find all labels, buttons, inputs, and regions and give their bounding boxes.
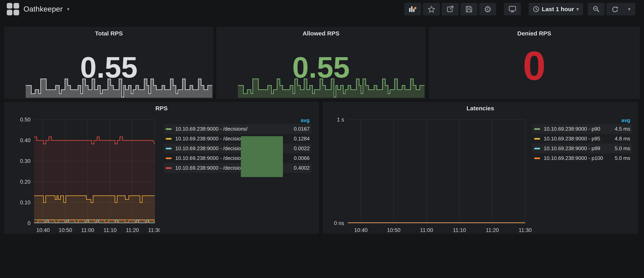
y-axis-tick-label: 0.20 bbox=[20, 179, 30, 185]
legend-series-avg: 5.0 ms bbox=[606, 155, 630, 161]
dashboard-settings-button[interactable]: ⚙ bbox=[479, 3, 496, 15]
legend-row[interactable]: 10.10.69.238:9000 - p954.8 ms bbox=[532, 134, 632, 144]
x-axis-tick-label: 11:00 bbox=[420, 227, 433, 233]
monitor-icon bbox=[508, 5, 516, 13]
legend-series-avg: 0.0066 bbox=[284, 155, 310, 161]
dashboard-title-caret-icon[interactable]: ▾ bbox=[67, 7, 70, 11]
legend-series-name: 10.10.69.238:9000 - p99 bbox=[544, 145, 606, 152]
legend-series-name: 10.10.69.238:9000 - /decisions/ bbox=[175, 126, 284, 132]
y-axis-tick-label: 0 bbox=[28, 220, 30, 226]
rps-legend: avg 10.10.69.238:9000 - /decisions/0.016… bbox=[164, 116, 311, 173]
add-panel-icon bbox=[409, 5, 417, 13]
y-axis-tick-label: 1 s bbox=[337, 117, 344, 123]
panel-title-allowed-rps[interactable]: Allowed RPS bbox=[216, 30, 426, 37]
legend-avg-header[interactable]: avg bbox=[164, 116, 311, 124]
gear-icon: ⚙ bbox=[484, 4, 492, 14]
legend-series-avg: 0.1284 bbox=[284, 136, 310, 142]
refresh-interval-dropdown[interactable]: ▾ bbox=[623, 3, 635, 15]
legend-row[interactable]: 10.10.69.238:9000 - /decisions/0.0066 bbox=[164, 153, 311, 163]
time-range-picker[interactable]: Last 1 hour ▾ bbox=[529, 3, 583, 15]
panel-title-rps[interactable]: RPS bbox=[4, 105, 319, 112]
zoom-out-time-button[interactable] bbox=[588, 3, 604, 15]
latencies-legend: avg 10.10.69.238:9000 - p904.5 ms10.10.6… bbox=[532, 116, 632, 163]
legend-series-avg: 4.8 ms bbox=[606, 136, 630, 142]
panel-latencies-graph: Latencies 0 ns1 s10:4010:5011:0011:1011:… bbox=[323, 102, 638, 234]
legend-series-swatch bbox=[166, 148, 172, 149]
legend-series-name: 10.10.69.238:9000 - p90 bbox=[544, 126, 606, 132]
x-axis-tick-label: 10:50 bbox=[387, 227, 400, 233]
legend-series-swatch bbox=[166, 138, 172, 140]
share-dashboard-button[interactable] bbox=[442, 3, 458, 15]
x-axis-tick-label: 10:40 bbox=[36, 227, 50, 233]
y-axis-tick-label: 0.10 bbox=[20, 200, 30, 206]
panel-denied-rps: Denied RPS 0 bbox=[429, 27, 640, 99]
panel-title-denied-rps[interactable]: Denied RPS bbox=[429, 30, 640, 37]
y-axis-tick-label: 0.30 bbox=[20, 158, 30, 164]
legend-row[interactable]: 10.10.69.238:9000 - /decisions/0.0022 bbox=[164, 144, 311, 153]
legend-series-swatch bbox=[534, 138, 540, 140]
dashboard-title[interactable]: Oathkeeper bbox=[24, 5, 62, 13]
cycle-view-mode-button[interactable] bbox=[504, 3, 521, 15]
save-icon bbox=[465, 5, 472, 13]
legend-series-name: 10.10.69.238:9000 - p95 bbox=[544, 136, 606, 142]
legend-row[interactable]: 10.10.69.238:9000 - p904.5 ms bbox=[532, 124, 632, 134]
legend-row[interactable]: 10.10.69.238:9000 - /decisions/0.1284 bbox=[164, 134, 311, 144]
rps-chart-plot[interactable]: 00.100.200.300.400.5010:4010:5011:0011:1… bbox=[6, 117, 160, 234]
legend-row[interactable]: 10.10.69.238:9000 - p1005.0 ms bbox=[532, 153, 632, 163]
refresh-button[interactable] bbox=[606, 3, 623, 15]
y-axis-tick-label: 0 ns bbox=[334, 220, 344, 226]
refresh-caret-icon: ▾ bbox=[628, 7, 630, 11]
panel-title-latencies[interactable]: Latencies bbox=[323, 105, 638, 112]
refresh-button-group: ▾ bbox=[606, 3, 635, 15]
legend-series-avg: 5.0 ms bbox=[606, 145, 630, 152]
legend-series-swatch bbox=[534, 148, 540, 149]
legend-series-swatch bbox=[166, 167, 172, 169]
legend-row[interactable]: 10.10.69.238:9000 - /decisions/0.0167 bbox=[164, 124, 311, 134]
sparkline-total-rps bbox=[26, 73, 212, 98]
y-axis-tick-label: 0.40 bbox=[20, 137, 30, 143]
legend-series-avg: 0.0022 bbox=[284, 145, 310, 152]
green-overlay-box bbox=[241, 136, 283, 177]
legend-series-swatch bbox=[534, 158, 540, 159]
x-axis-tick-label: 11:20 bbox=[486, 227, 499, 233]
panel-allowed-rps: Allowed RPS 0.55 bbox=[216, 27, 426, 99]
star-dashboard-button[interactable] bbox=[423, 3, 440, 15]
legend-avg-header[interactable]: avg bbox=[532, 116, 632, 124]
legend-series-swatch bbox=[166, 128, 172, 130]
x-axis-tick-label: 10:50 bbox=[58, 227, 72, 233]
navbar: Oathkeeper ▾ bbox=[0, 0, 644, 18]
star-icon bbox=[428, 5, 435, 13]
x-axis-tick-label: 11:10 bbox=[453, 227, 466, 233]
y-axis-tick-label: 0.50 bbox=[20, 117, 30, 123]
add-panel-button[interactable] bbox=[404, 3, 421, 15]
legend-series-avg: 0.0167 bbox=[284, 126, 310, 132]
x-axis-tick-label: 10:40 bbox=[354, 227, 368, 233]
sparkline-allowed-rps bbox=[238, 73, 424, 98]
legend-series-swatch bbox=[166, 158, 172, 159]
x-axis-tick-label: 11:20 bbox=[126, 227, 139, 233]
stat-value-denied-rps: 0 bbox=[429, 45, 640, 86]
dashboards-grid-icon[interactable] bbox=[7, 3, 19, 15]
x-axis-tick-label: 11:30 bbox=[148, 227, 160, 233]
legend-series-avg: 0.4002 bbox=[284, 165, 310, 171]
refresh-icon bbox=[611, 5, 619, 13]
time-range-caret-icon: ▾ bbox=[576, 7, 579, 11]
x-axis-tick-label: 11:00 bbox=[81, 227, 94, 233]
x-axis-tick-label: 11:30 bbox=[518, 227, 532, 233]
clock-icon bbox=[533, 6, 539, 12]
share-icon bbox=[446, 5, 454, 13]
dashboard-grid: Total RPS 0.55 Allowed RPS 0.55 Denied R… bbox=[0, 18, 644, 278]
time-range-label: Last 1 hour bbox=[542, 6, 574, 12]
legend-series-name: 10.10.69.238:9000 - p100 bbox=[544, 155, 606, 161]
x-axis-tick-label: 11:10 bbox=[104, 227, 117, 233]
legend-series-swatch bbox=[534, 128, 540, 130]
latencies-chart-plot[interactable]: 0 ns1 s10:4010:5011:0011:1011:2011:30 bbox=[325, 117, 532, 234]
zoom-out-icon bbox=[592, 5, 600, 13]
legend-row[interactable]: 10.10.69.238:9000 - /decisions/0.4002 bbox=[164, 163, 311, 173]
panel-title-total-rps[interactable]: Total RPS bbox=[4, 30, 214, 37]
legend-row[interactable]: 10.10.69.238:9000 - p995.0 ms bbox=[532, 144, 632, 153]
legend-series-avg: 4.5 ms bbox=[606, 126, 630, 132]
save-dashboard-button[interactable] bbox=[460, 3, 477, 15]
panel-total-rps: Total RPS 0.55 bbox=[4, 27, 214, 99]
